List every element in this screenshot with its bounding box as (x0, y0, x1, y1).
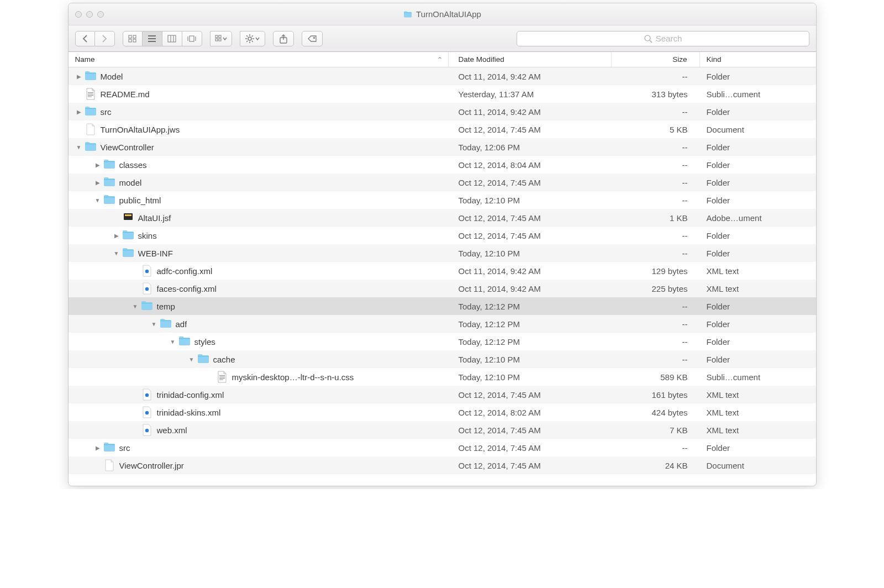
action-group (240, 31, 265, 46)
search-field[interactable]: Search (517, 31, 809, 46)
column-header-size[interactable]: Size (612, 52, 700, 67)
disclosure-triangle[interactable]: ▼ (131, 303, 139, 309)
arrange-button[interactable] (210, 31, 232, 46)
file-size: -- (612, 249, 700, 258)
file-kind: Folder (700, 231, 816, 240)
file-list: ▶ModelOct 11, 2014, 9:42 AM--FolderREADM… (69, 67, 816, 474)
file-row[interactable]: ▶classesOct 12, 2014, 8:04 AM--Folder (69, 156, 816, 174)
file-row[interactable]: adfc-config.xmlOct 11, 2014, 9:42 AM129 … (69, 262, 816, 280)
file-size: 225 bytes (612, 284, 700, 293)
zoom-window-button[interactable] (97, 11, 104, 18)
file-size: -- (612, 319, 700, 329)
disclosure-triangle[interactable]: ▼ (113, 250, 120, 256)
file-row[interactable]: ▼ViewControllerToday, 12:06 PM--Folder (69, 138, 816, 156)
column-header-date[interactable]: Date Modified (449, 52, 612, 67)
tags-button[interactable] (302, 31, 323, 46)
share-button[interactable] (273, 31, 294, 46)
disclosure-triangle[interactable]: ▶ (75, 74, 83, 80)
file-date: Oct 12, 2014, 7:45 AM (449, 461, 612, 470)
file-row[interactable]: ▼public_htmlToday, 12:10 PM--Folder (69, 191, 816, 209)
folder-icon (85, 141, 97, 153)
action-button[interactable] (240, 31, 265, 46)
disclosure-triangle[interactable]: ▶ (113, 233, 120, 239)
file-date: Oct 11, 2014, 9:42 AM (449, 107, 612, 117)
file-row[interactable]: web.xmlOct 12, 2014, 7:45 AM7 KBXML text (69, 421, 816, 439)
file-row[interactable]: TurnOnAltaUIApp.jwsOct 12, 2014, 7:45 AM… (69, 120, 816, 138)
disclosure-triangle[interactable]: ▼ (94, 197, 102, 203)
file-row[interactable]: ▶modelOct 12, 2014, 7:45 AM--Folder (69, 174, 816, 191)
file-size: 1 KB (612, 213, 700, 223)
column-header-kind[interactable]: Kind (700, 52, 816, 67)
file-name: trinidad-config.xml (157, 390, 224, 400)
disclosure-triangle[interactable]: ▼ (150, 321, 158, 327)
minimize-window-button[interactable] (86, 11, 93, 18)
file-date: Today, 12:10 PM (449, 196, 612, 205)
doc-icon (103, 459, 115, 471)
column-view-button[interactable] (162, 31, 182, 46)
file-date: Oct 12, 2014, 7:45 AM (449, 426, 612, 435)
file-date: Today, 12:06 PM (449, 143, 612, 152)
file-size: -- (612, 337, 700, 347)
disclosure-triangle[interactable]: ▼ (169, 339, 177, 345)
file-size: 7 KB (612, 426, 700, 435)
folder-icon (178, 335, 191, 348)
forward-button[interactable] (95, 31, 115, 46)
file-size: -- (612, 143, 700, 152)
file-kind: XML text (700, 284, 816, 293)
coverflow-view-button[interactable] (182, 31, 202, 46)
file-kind: Folder (700, 337, 816, 347)
folder-icon (85, 70, 97, 82)
jsf-icon (122, 212, 134, 224)
file-date: Today, 12:12 PM (449, 337, 612, 347)
file-row[interactable]: ▼tempToday, 12:12 PM--Folder (69, 297, 816, 315)
disclosure-triangle[interactable]: ▼ (75, 144, 83, 150)
file-row[interactable]: ▶srcOct 11, 2014, 9:42 AM--Folder (69, 103, 816, 120)
close-window-button[interactable] (75, 11, 82, 18)
column-header-name[interactable]: Name ⌃ (69, 52, 449, 67)
view-switcher (123, 31, 202, 46)
back-button[interactable] (75, 31, 95, 46)
file-row[interactable]: ViewController.jprOct 12, 2014, 7:45 AM2… (69, 456, 816, 474)
file-date: Today, 12:10 PM (449, 355, 612, 364)
xml-icon (141, 389, 153, 401)
file-row[interactable]: trinidad-config.xmlOct 12, 2014, 7:45 AM… (69, 386, 816, 403)
file-row[interactable]: ▼WEB-INFToday, 12:10 PM--Folder (69, 244, 816, 262)
disclosure-triangle[interactable]: ▼ (188, 356, 196, 363)
file-row[interactable]: ▶ModelOct 11, 2014, 9:42 AM--Folder (69, 67, 816, 85)
doc-lines-icon (216, 371, 228, 383)
file-row[interactable]: faces-config.xmlOct 11, 2014, 9:42 AM225… (69, 280, 816, 297)
xml-icon (141, 406, 153, 418)
svg-rect-35 (219, 35, 221, 38)
list-view-button[interactable] (143, 31, 162, 46)
disclosure-triangle[interactable]: ▶ (94, 162, 102, 168)
icon-view-button[interactable] (123, 31, 143, 46)
file-kind: Folder (700, 143, 816, 152)
file-name: myskin-desktop…-ltr-d--s-n-u.css (232, 372, 354, 382)
disclosure-triangle[interactable]: ▶ (75, 109, 83, 115)
file-row[interactable]: myskin-desktop…-ltr-d--s-n-u.cssToday, 1… (69, 368, 816, 386)
nav-buttons (75, 31, 115, 46)
file-size: -- (612, 178, 700, 187)
file-kind: Folder (700, 355, 816, 364)
file-date: Oct 11, 2014, 9:42 AM (449, 284, 612, 293)
file-date: Today, 12:10 PM (449, 249, 612, 258)
file-row[interactable]: ▼cacheToday, 12:10 PM--Folder (69, 350, 816, 368)
file-row[interactable]: ▶skinsOct 12, 2014, 7:45 AM--Folder (69, 227, 816, 244)
file-row[interactable]: ▶srcOct 12, 2014, 7:45 AM--Folder (69, 439, 816, 456)
file-row[interactable]: ▼stylesToday, 12:12 PM--Folder (69, 333, 816, 350)
xml-icon (141, 265, 153, 277)
file-name: model (119, 178, 142, 187)
disclosure-triangle[interactable]: ▶ (94, 445, 102, 451)
xml-icon (141, 424, 153, 436)
file-name: skins (138, 231, 157, 240)
file-kind: Folder (700, 443, 816, 453)
disclosure-triangle[interactable]: ▶ (94, 180, 102, 186)
file-row[interactable]: ▼adfToday, 12:12 PM--Folder (69, 315, 816, 333)
file-row[interactable]: trinidad-skins.xmlOct 12, 2014, 8:02 AM4… (69, 403, 816, 421)
file-name: trinidad-skins.xml (157, 408, 221, 417)
window-title-text: TurnOnAltaUIApp (416, 9, 481, 19)
file-size: 129 bytes (612, 266, 700, 276)
file-row[interactable]: AltaUI.jsfOct 12, 2014, 7:45 AM1 KBAdobe… (69, 209, 816, 227)
file-row[interactable]: README.mdYesterday, 11:37 AM313 bytesSub… (69, 85, 816, 103)
svg-rect-23 (129, 39, 131, 42)
